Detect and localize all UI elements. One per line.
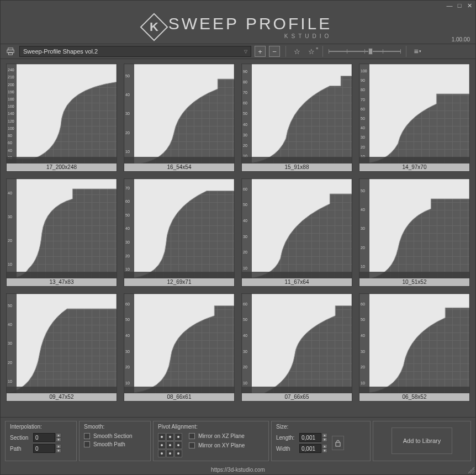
profile-shape [242, 294, 352, 393]
ruler-horizontal [124, 387, 234, 393]
width-input[interactable] [299, 444, 321, 453]
thumbnail-preview: 40302010 [7, 179, 117, 278]
pivot-grid[interactable] [158, 433, 182, 457]
sort-icon[interactable]: ≡▾ [412, 46, 423, 57]
ruler-vertical: 5040302010 [359, 179, 369, 278]
svg-rect-3 [336, 442, 340, 446]
pivot-tc[interactable] [166, 433, 174, 441]
pivot-tl[interactable] [158, 433, 166, 441]
minimize-button[interactable]: — [446, 2, 453, 9]
pivot-br[interactable] [174, 450, 182, 457]
thumbnail-13_47x83[interactable]: 4030201013_47x83 [6, 178, 117, 287]
thumbnail-17_200x248[interactable]: 2402102001901801601401201008060402017_20… [6, 64, 117, 172]
mirror-xz-checkbox[interactable] [189, 433, 195, 439]
spinner-down[interactable]: ▼ [56, 437, 61, 442]
thumbnail-preview: 605040302010 [242, 294, 352, 393]
thumbnail-12_69x71[interactable]: 7060504030201012_69x71 [124, 178, 235, 287]
profile-shape [359, 179, 469, 278]
print-icon[interactable] [5, 46, 16, 57]
close-button[interactable]: ✕ [466, 2, 473, 9]
ruler-horizontal [7, 387, 117, 393]
thumbnail-09_47x52[interactable]: 504030201009_47x52 [6, 293, 117, 402]
logo-text: SWEEP PROFILE KSTUDIO [168, 15, 332, 39]
logo: K SWEEP PROFILE KSTUDIO [144, 15, 332, 39]
logo-title: SWEEP PROFILE [168, 15, 332, 32]
logo-subtitle: KSTUDIO [284, 33, 332, 39]
profile-shape [7, 294, 117, 393]
thumbnail-15_91x88[interactable]: 90807060504030201015_91x88 [241, 64, 352, 172]
ruler-horizontal [359, 157, 469, 163]
spinner-down[interactable]: ▼ [322, 448, 327, 453]
spinner-up[interactable]: ▲ [322, 433, 327, 437]
thumbnail-16_54x54[interactable]: 504030201016_54x54 [124, 64, 235, 172]
smooth-path-checkbox[interactable] [84, 441, 90, 447]
ruler-horizontal [242, 157, 352, 163]
thumbnail-preview: 605040302010 [124, 294, 234, 393]
thumbnail-label: 06_58x52 [359, 393, 469, 401]
thumbnail-14_97x70[interactable]: 10090807060504030201014_97x70 [359, 64, 470, 172]
resize-grip[interactable] [468, 467, 474, 473]
spinner-down[interactable]: ▼ [322, 437, 327, 442]
thumbnail-label: 11_67x64 [242, 278, 352, 286]
thumbnail-11_67x64[interactable]: 60504030201011_67x64 [241, 178, 352, 287]
thumbnail-label: 07_66x65 [242, 393, 352, 401]
section-spinner[interactable]: ▲▼ [33, 433, 61, 442]
add-button[interactable]: + [255, 46, 266, 57]
thumbnail-preview: 908070605040302010 [242, 64, 352, 163]
spinner-down[interactable]: ▼ [56, 448, 61, 453]
profile-shape [242, 179, 352, 278]
spinner-up[interactable]: ▲ [56, 433, 61, 437]
thumbnail-06_58x52[interactable]: 60504030201006_58x52 [359, 293, 470, 402]
pivot-mr[interactable] [174, 441, 182, 449]
thumbnail-07_66x65[interactable]: 60504030201007_66x65 [241, 293, 352, 402]
ruler-vertical: 100908070605040302010 [359, 64, 369, 163]
path-spinner[interactable]: ▲▼ [33, 444, 61, 453]
ruler-vertical: 40302010 [7, 179, 17, 278]
pivot-tr[interactable] [174, 433, 182, 441]
path-input[interactable] [33, 444, 55, 453]
toolbar-separator [285, 46, 286, 57]
thumbnail-preview: 5040302010 [359, 179, 469, 278]
thumbnail-label: 15_91x88 [242, 163, 352, 171]
pivot-mc[interactable] [166, 441, 174, 449]
maximize-button[interactable]: □ [456, 2, 463, 9]
pivot-bc[interactable] [166, 450, 174, 457]
zoom-slider[interactable] [329, 46, 400, 57]
profile-shape [359, 64, 469, 163]
library-dropdown[interactable]: Sweep-Profile Shapes vol.2 ▽ [19, 46, 251, 57]
pivot-ml[interactable] [158, 441, 166, 449]
ruler-horizontal [242, 272, 352, 278]
group-interpolation: Interpolation: Section ▲▼ Path ▲▼ [5, 421, 77, 461]
ruler-horizontal [124, 157, 234, 163]
profile-shape [124, 179, 234, 278]
favorite-filter-icon[interactable]: ☆≡ [306, 46, 317, 57]
thumbnail-08_66x61[interactable]: 60504030201008_66x61 [124, 293, 235, 402]
remove-button[interactable]: − [269, 46, 280, 57]
thumbnail-10_51x52[interactable]: 504030201010_51x52 [359, 178, 470, 287]
gallery-area: 2402102001901801601401201008060402017_20… [1, 59, 475, 417]
thumbnail-grid[interactable]: 2402102001901801601401201008060402017_20… [1, 59, 475, 417]
footer: https://3d-kstudio.com [1, 465, 475, 474]
group-pivot: Pivot Alignment: Mirror on XZ P [153, 421, 269, 461]
app-window: — □ ✕ K SWEEP PROFILE KSTUDIO 1.00.00 Sw… [0, 0, 476, 475]
slider-thumb[interactable] [368, 48, 373, 55]
width-spinner[interactable]: ▲▼ [299, 444, 327, 453]
section-input[interactable] [33, 433, 55, 442]
thumbnail-label: 09_47x52 [7, 393, 117, 401]
favorite-icon[interactable]: ☆ [292, 46, 303, 57]
ruler-vertical: 24021020019018016014012010080604020 [7, 64, 17, 163]
length-spinner[interactable]: ▲▼ [299, 433, 327, 442]
smooth-section-checkbox[interactable] [84, 433, 90, 439]
group-smooth: Smooth: Smooth Section Smooth Path [79, 421, 151, 461]
add-to-library-button[interactable]: Add to Library [392, 428, 452, 454]
length-input[interactable] [299, 433, 321, 442]
chevron-down-icon: ▽ [244, 49, 247, 54]
group-title: Interpolation: [10, 424, 72, 430]
version-label: 1.00.00 [452, 36, 470, 43]
spinner-up[interactable]: ▲ [56, 444, 61, 448]
pivot-bl[interactable] [158, 450, 166, 457]
lock-aspect-button[interactable] [332, 436, 344, 450]
spinner-up[interactable]: ▲ [322, 444, 327, 448]
footer-url[interactable]: https://3d-kstudio.com [211, 467, 265, 473]
mirror-xy-checkbox[interactable] [189, 442, 195, 448]
